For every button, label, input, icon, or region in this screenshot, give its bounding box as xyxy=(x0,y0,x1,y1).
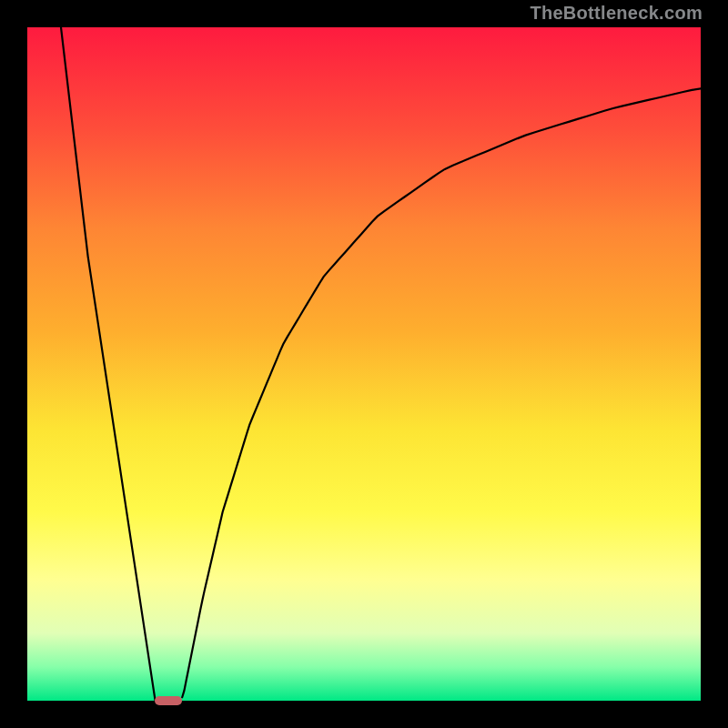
curve-svg xyxy=(27,27,701,701)
plot-area xyxy=(27,27,701,701)
chart-frame: TheBottleneck.com xyxy=(0,0,728,728)
curve-right xyxy=(182,88,701,697)
watermark-label: TheBottleneck.com xyxy=(530,3,703,24)
curve-left xyxy=(61,27,156,701)
optimum-marker xyxy=(155,696,182,705)
